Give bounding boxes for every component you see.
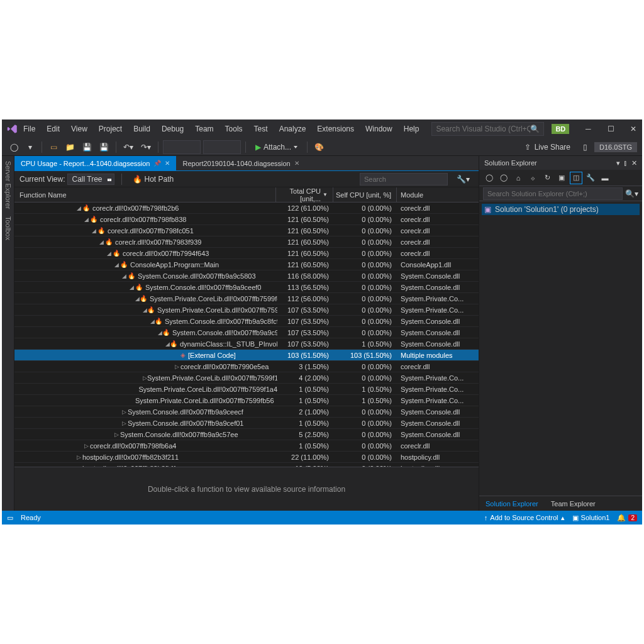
solution-status[interactable]: ▣ Solution1 (572, 514, 610, 522)
call-tree-row[interactable]: ◢🔥coreclr.dll!0x007ffb7983f939121 (60.50… (14, 236, 479, 248)
menu-tools[interactable]: Tools (220, 122, 248, 136)
tab-solution-explorer[interactable]: Solution Explorer (479, 496, 545, 511)
col-self-cpu[interactable]: Self CPU [unit, %] (333, 191, 396, 199)
expand-toggle[interactable]: ◢ (75, 205, 82, 211)
menu-extensions[interactable]: Extensions (312, 122, 359, 136)
expand-toggle[interactable]: ▷ (120, 409, 128, 415)
platform-dropdown[interactable] (203, 140, 241, 154)
redo-button[interactable]: ↷▾ (138, 140, 153, 154)
expand-toggle[interactable]: ◢ (113, 262, 120, 268)
menu-file[interactable]: File (18, 122, 40, 136)
toolbox-tab[interactable]: Toolbox (4, 216, 12, 240)
menu-project[interactable]: Project (94, 122, 127, 136)
menu-help[interactable]: Help (399, 122, 425, 136)
undo-button[interactable]: ↶▾ (121, 140, 136, 154)
explorer-search-input[interactable] (483, 187, 623, 200)
expand-toggle[interactable]: ▷ (120, 420, 128, 426)
expand-toggle[interactable]: ▷ (173, 364, 180, 370)
server-explorer-tab[interactable]: Server Explorer (4, 161, 12, 209)
document-tab[interactable]: CPU Usage - Report...4-1040.diagsession📌… (14, 156, 176, 170)
call-tree-row[interactable]: ◢🔥System.Console.dll!0x007ffb9a9c8fc9107… (14, 316, 479, 327)
call-tree-row[interactable]: System.Private.CoreLib.dll!0x007ffb7599f… (14, 384, 479, 395)
notifications-button[interactable]: 🔔 2 (617, 514, 637, 522)
pin-icon[interactable]: 📌 (153, 160, 161, 167)
pin-icon[interactable]: ⫿ (624, 159, 628, 167)
call-tree-row[interactable]: ◢🔥coreclr.dll!0x007ffb798fb2b6122 (61.00… (14, 203, 479, 214)
expand-toggle[interactable]: ◢ (165, 341, 170, 347)
refresh-icon[interactable]: ↻ (541, 172, 553, 184)
call-tree-row[interactable]: ◢🔥coreclr.dll!0x007ffb7994f643121 (60.50… (14, 248, 479, 259)
expand-toggle[interactable]: ▷ (82, 443, 90, 449)
col-total-cpu[interactable]: Total CPU [unit,...▼ (276, 187, 333, 203)
call-tree-row[interactable]: ◢🔥System.Console.dll!0x007ffb9a9c5803116… (14, 270, 479, 282)
solution-item[interactable]: ▣ Solution 'Solution1' (0 projects) (482, 204, 640, 215)
filter-button[interactable]: 🔧▾ (453, 174, 474, 185)
collapse-icon[interactable]: ▣ (555, 172, 568, 184)
explorer-search[interactable]: 🔍▾ (479, 186, 642, 201)
expand-toggle[interactable]: ◢ (90, 228, 97, 234)
user-badge[interactable]: BD (552, 124, 569, 134)
col-module[interactable]: Module (397, 191, 479, 199)
menu-build[interactable]: Build (128, 122, 155, 136)
call-tree-row[interactable]: ▷System.Console.dll!0x007ffb9a9c57ee5 (2… (14, 429, 479, 440)
properties-icon[interactable]: 🔧 (584, 172, 597, 184)
col-function[interactable]: Function Name (14, 191, 275, 199)
menu-window[interactable]: Window (360, 122, 397, 136)
nav-button[interactable]: ◯ (483, 172, 496, 184)
expand-toggle[interactable]: ◢ (97, 239, 105, 245)
menu-view[interactable]: View (66, 122, 92, 136)
search-input[interactable] (436, 125, 530, 133)
panel-dropdown-icon[interactable]: ▾ (616, 159, 620, 167)
attach-button[interactable]: ▶ Attach... (250, 140, 303, 154)
expand-toggle[interactable]: ◢ (128, 284, 135, 291)
call-tree-row[interactable]: ◢🔥dynamicClass::IL_STUB_PInvoke107 (53.5… (14, 338, 479, 350)
show-all-icon[interactable]: ◫ (570, 172, 582, 184)
call-tree-row[interactable]: System.Private.CoreLib.dll!0x007ffb7599f… (14, 395, 479, 406)
call-tree-row[interactable]: ◈[External Code]103 (51.50%)103 (51.50%)… (14, 350, 479, 361)
save-button[interactable]: 💾 (80, 140, 94, 154)
sync-icon[interactable]: ⟐ (526, 172, 539, 184)
maximize-button[interactable]: ☐ (599, 121, 622, 136)
hot-path-button[interactable]: 🔥 Hot Path (129, 174, 178, 185)
call-tree-row[interactable]: ▷coreclr.dll!0x007ffb798fb6a41 (0.50%)0 … (14, 440, 479, 452)
close-icon[interactable]: ✕ (294, 160, 299, 167)
close-button[interactable]: ✕ (622, 121, 644, 136)
expand-toggle[interactable]: ▷ (143, 375, 147, 381)
call-tree[interactable]: ◢🔥coreclr.dll!0x007ffb798fb2b6122 (61.00… (14, 203, 479, 467)
expand-toggle[interactable]: ◢ (143, 307, 147, 313)
expand-toggle[interactable]: ◢ (105, 250, 113, 257)
tree-search-input[interactable] (364, 175, 451, 183)
document-tab[interactable]: Report20190104-1040.diagsession✕ (176, 156, 305, 170)
menu-analyze[interactable]: Analyze (274, 122, 311, 136)
save-all-button[interactable]: 💾 (97, 140, 111, 154)
call-tree-row[interactable]: ◢🔥System.Console.dll!0x007ffb9a9ceef0113… (14, 282, 479, 293)
call-tree-row[interactable]: ▷coreclr.dll!0x007ffb7990e5ea3 (1.50%)0 … (14, 361, 479, 372)
explorer-body[interactable]: ▣ Solution 'Solution1' (0 projects) (479, 201, 642, 496)
view-dropdown[interactable]: Call Tree (67, 174, 114, 185)
close-icon[interactable]: ✕ (165, 160, 170, 167)
call-tree-row[interactable]: ▷hostpolicy.dll!0x007ffb82b3fbf110 (5.00… (14, 463, 479, 467)
call-tree-row[interactable]: ▷System.Console.dll!0x007ffb9a9ceecf2 (1… (14, 406, 479, 418)
expand-toggle[interactable]: ◢ (82, 216, 90, 223)
call-tree-row[interactable]: ◢🔥System.Private.CoreLib.dll!0x007ffb759… (14, 304, 479, 316)
home-icon[interactable]: ⌂ (512, 172, 525, 184)
live-share-button[interactable]: ⇪ Live Share (519, 143, 575, 152)
tab-team-explorer[interactable]: Team Explorer (545, 496, 602, 511)
expand-toggle[interactable]: ▷ (113, 431, 120, 438)
config-dropdown[interactable] (163, 140, 201, 154)
nav-button[interactable]: ◯ (497, 172, 510, 184)
menu-debug[interactable]: Debug (157, 122, 189, 136)
feedback-button[interactable]: ▯ (578, 140, 592, 154)
menu-team[interactable]: Team (190, 122, 218, 136)
expand-toggle[interactable]: ◢ (158, 330, 162, 336)
expand-toggle[interactable]: ◢ (150, 318, 155, 325)
call-tree-row[interactable]: ▷System.Console.dll!0x007ffb9a9cef011 (0… (14, 418, 479, 429)
expand-toggle[interactable]: ◢ (135, 296, 140, 302)
menu-test[interactable]: Test (249, 122, 273, 136)
expand-toggle[interactable]: ▷ (75, 454, 82, 460)
expand-toggle[interactable]: ▷ (75, 465, 82, 467)
open-folder-button[interactable]: 📁 (63, 140, 77, 154)
call-tree-row[interactable]: ▷System.Private.CoreLib.dll!0x007ffb7599… (14, 372, 479, 384)
minimize-button[interactable]: ─ (577, 121, 599, 136)
global-search[interactable]: 🔍 (431, 122, 544, 136)
